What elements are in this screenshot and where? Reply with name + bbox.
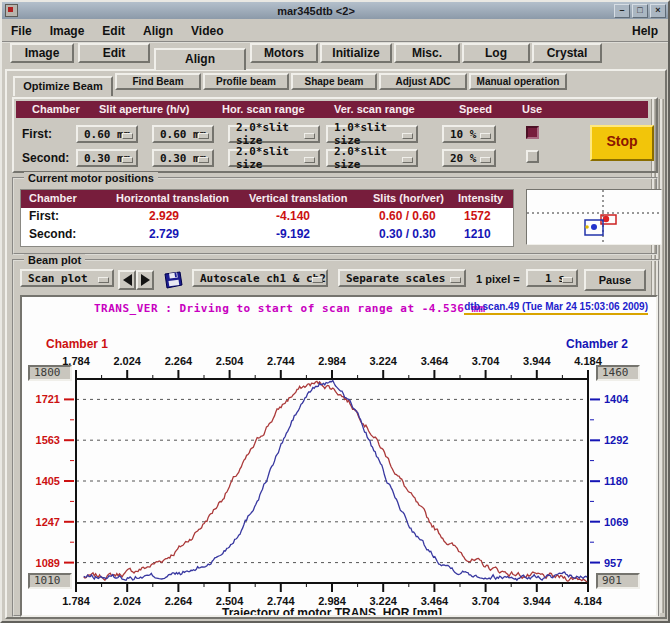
tab-crystal[interactable]: Crystal [532, 43, 602, 63]
menu-video[interactable]: Video [182, 23, 232, 39]
prev-scan-button[interactable] [118, 270, 136, 290]
first-hor-range-dropdown[interactable]: 2.0*slit size [228, 125, 320, 143]
svg-text:3.704: 3.704 [472, 355, 500, 367]
first-use-checkbox[interactable] [526, 126, 539, 139]
svg-text:3.944: 3.944 [523, 595, 551, 607]
optimize-header-bar: Chamber Slit aperture (h/v) Hor. scan ra… [16, 101, 648, 118]
option-menu-indicator-icon [450, 277, 461, 283]
stop-button[interactable]: Stop [590, 125, 654, 161]
menu-edit[interactable]: Edit [93, 23, 134, 39]
svg-text:2.984: 2.984 [318, 355, 346, 367]
subtab-optimize-beam[interactable]: Optimize Beam [13, 76, 113, 96]
svg-text:1180: 1180 [604, 475, 628, 487]
positions-header-bar: Chamber Horizontal translation Vertical … [21, 190, 513, 208]
plot-panel: 1.7841.7842.0242.0242.2642.2642.5042.504… [20, 295, 658, 617]
first-ver-range-dropdown[interactable]: 1.0*slit size [326, 125, 418, 143]
positions-row-second: Second: 2.729 -9.192 0.30 / 0.30 1210 [21, 227, 513, 245]
svg-text:1563: 1563 [36, 434, 60, 446]
second-hor-range-dropdown[interactable]: 2.0*slit size [228, 149, 320, 167]
svg-text:2.024: 2.024 [113, 355, 141, 367]
option-menu-indicator-icon [122, 133, 133, 139]
col-hor-scan: Hor. scan range [222, 103, 305, 115]
tab-edit[interactable]: Edit [78, 43, 150, 63]
svg-text:2.024: 2.024 [113, 595, 141, 607]
option-menu-indicator-icon [562, 277, 573, 283]
svg-text:2.744: 2.744 [267, 355, 295, 367]
svg-text:1.784: 1.784 [62, 595, 90, 607]
menu-image[interactable]: Image [41, 23, 94, 39]
chamber2-label: Chamber 2 [566, 337, 628, 351]
left-scale-max-field[interactable]: 1800 [28, 365, 72, 381]
svg-text:1721: 1721 [36, 393, 60, 405]
next-scan-button[interactable] [136, 270, 154, 290]
option-menu-indicator-icon [480, 133, 491, 139]
titlebar[interactable]: mar345dtb <2> – □ × [2, 2, 668, 19]
autoscale-dropdown[interactable]: Autoscale ch1 & ch2 [192, 269, 328, 287]
tab-motors[interactable]: Motors [250, 43, 318, 63]
menu-align[interactable]: Align [134, 23, 182, 39]
beam-position-markers [527, 190, 659, 242]
svg-text:1069: 1069 [604, 516, 628, 528]
tab-initialize[interactable]: Initialize [320, 43, 392, 63]
minimize-icon[interactable]: – [614, 4, 630, 18]
svg-text:1405: 1405 [36, 475, 60, 487]
scales-dropdown[interactable]: Separate scales [338, 269, 466, 287]
left-scale-min-field[interactable]: 1010 [28, 573, 72, 589]
second-slit-h-dropdown[interactable]: 0.30 mm [76, 149, 138, 167]
save-scan-button[interactable] [160, 270, 186, 290]
option-menu-indicator-icon [312, 277, 323, 283]
beam-plot-title: Beam plot [24, 254, 85, 266]
second-speed-dropdown[interactable]: 20 % [442, 149, 496, 167]
main-tabs: Image Edit Align Motors Initialize Misc.… [5, 43, 665, 70]
first-slit-v-dropdown[interactable]: 0.60 mm [152, 125, 214, 143]
option-menu-indicator-icon [198, 157, 209, 163]
svg-text:2.264: 2.264 [165, 355, 193, 367]
tab-log[interactable]: Log [462, 43, 530, 63]
svg-text:1089: 1089 [36, 557, 60, 569]
app-icon[interactable] [5, 4, 18, 17]
close-icon[interactable]: × [650, 4, 666, 18]
pause-button[interactable]: Pause [584, 269, 646, 291]
subtab-shape-beam[interactable]: Shape beam [291, 73, 377, 90]
first-slit-h-dropdown[interactable]: 0.60 mm [76, 125, 138, 143]
beam-plot-group: Beam plot Scan plot Autoscale ch1 & ch2 … [12, 259, 660, 617]
second-ver-range-dropdown[interactable]: 2.0*slit size [326, 149, 418, 167]
pixel-time-dropdown[interactable]: 1 s [526, 269, 578, 287]
row-first-label: First: [22, 127, 52, 141]
tab-align[interactable]: Align [154, 48, 246, 70]
option-menu-indicator-icon [98, 277, 109, 283]
tab-image[interactable]: Image [10, 43, 74, 63]
option-menu-indicator-icon [304, 157, 315, 163]
menubar: File Image Edit Align Video Help [2, 21, 668, 43]
menu-file[interactable]: File [2, 23, 41, 39]
col-chamber: Chamber [32, 103, 80, 115]
floppy-disk-icon [164, 271, 183, 289]
right-arrow-icon [141, 274, 150, 286]
optimize-beam-box: Chamber Slit aperture (h/v) Hor. scan ra… [12, 97, 658, 173]
beam-position-thumbnail [526, 189, 662, 245]
option-menu-indicator-icon [122, 157, 133, 163]
second-use-checkbox[interactable] [526, 150, 539, 163]
right-scale-max-field[interactable]: 1460 [596, 365, 640, 381]
scan-plot-dropdown[interactable]: Scan plot [20, 269, 114, 287]
tab-misc[interactable]: Misc. [394, 43, 460, 63]
right-scale-min-field[interactable]: 901 [596, 573, 640, 589]
left-arrow-icon [123, 274, 132, 286]
subtab-profile-beam[interactable]: Profile beam [203, 73, 289, 90]
subtab-manual-operation[interactable]: Manual operation [469, 73, 567, 90]
app-window: mar345dtb <2> – □ × File Image Edit Alig… [0, 0, 670, 623]
maximize-icon[interactable]: □ [632, 4, 648, 18]
first-speed-dropdown[interactable]: 10 % [442, 125, 496, 143]
second-slit-v-dropdown[interactable]: 0.30 mm [152, 149, 214, 167]
svg-text:3.224: 3.224 [369, 355, 397, 367]
menu-help[interactable]: Help [623, 23, 668, 39]
option-menu-indicator-icon [402, 157, 413, 163]
subtab-adjust-adc[interactable]: Adjust ADC [379, 73, 467, 90]
window-title: mar345dtb <2> [18, 5, 614, 17]
svg-text:3.464: 3.464 [421, 355, 449, 367]
option-menu-indicator-icon [304, 133, 315, 139]
col-ver-scan: Ver. scan range [334, 103, 415, 115]
chamber1-label: Chamber 1 [46, 337, 108, 351]
col-slit-aperture: Slit aperture (h/v) [99, 103, 189, 115]
subtab-find-beam[interactable]: Find Beam [115, 73, 201, 90]
